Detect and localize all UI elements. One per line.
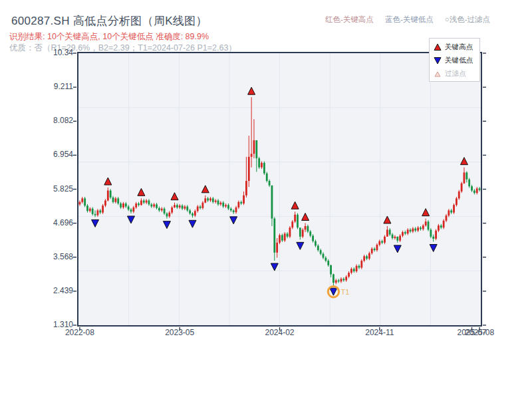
candle-body — [473, 191, 475, 194]
candle-body — [396, 237, 398, 241]
key-high-marker — [171, 193, 178, 200]
candle-body — [81, 198, 83, 201]
legend-item-label: 关键高点 — [445, 43, 473, 52]
key-low-marker — [271, 263, 278, 271]
y-tick-label: 5.825 — [25, 184, 73, 194]
candle-body — [450, 210, 452, 212]
candle-body — [287, 233, 289, 237]
candle-body — [297, 215, 299, 227]
candle-body — [335, 281, 337, 283]
y-tick-label: 10.34 — [25, 48, 73, 57]
candle-body — [479, 188, 481, 190]
legend-item-label: 关键低点 — [445, 56, 473, 65]
candle-body — [327, 261, 329, 265]
candle-body — [348, 273, 350, 277]
candle-body — [358, 266, 360, 268]
y-tick-label: 2.439 — [25, 286, 73, 295]
candle-body — [366, 256, 368, 259]
candle-body — [466, 172, 467, 179]
candle-body — [294, 215, 296, 221]
key-high-marker — [138, 188, 145, 196]
x-tick-label: 2022-08 — [60, 328, 100, 337]
candle-body — [289, 227, 291, 237]
key-high-marker — [248, 87, 255, 94]
candle-body — [350, 269, 352, 273]
x-tick-label: 2023-05 — [160, 328, 200, 337]
candle-body — [356, 266, 358, 271]
candle-body — [97, 210, 99, 215]
candle-body — [258, 158, 260, 168]
candle-body — [276, 243, 278, 253]
candle-body — [299, 227, 301, 237]
candle-body — [384, 237, 386, 243]
candle-body — [273, 219, 275, 253]
key-low-marker — [394, 245, 401, 253]
candle-body — [410, 229, 412, 231]
candle-body — [432, 237, 434, 239]
key-low-marker — [330, 288, 337, 295]
legend-item-key-high: 关键高点 — [434, 41, 479, 54]
candle-body — [86, 205, 88, 211]
candle-body — [453, 205, 455, 212]
candle-body — [99, 210, 101, 212]
candle-body — [189, 210, 191, 213]
candle-body — [458, 192, 460, 198]
candle-body — [440, 225, 442, 227]
candle-body — [312, 235, 314, 241]
candle-body — [284, 233, 286, 240]
candle-body — [240, 202, 242, 203]
candle-body — [425, 221, 427, 225]
candle-body — [182, 205, 184, 209]
candle-body — [184, 207, 186, 209]
candle-body — [102, 205, 104, 212]
candle-body — [79, 202, 81, 205]
candle-body — [122, 203, 124, 207]
candle-body — [158, 208, 160, 211]
candle-body — [381, 241, 383, 243]
candle-body — [389, 229, 391, 234]
y-tick-label: 8.082 — [25, 116, 73, 125]
candle-body — [325, 258, 327, 261]
candle-body — [197, 207, 199, 211]
candle-body — [219, 203, 221, 205]
candle-body — [194, 211, 196, 215]
candle-body — [448, 210, 450, 215]
candle-body — [110, 191, 112, 198]
y-tick-label: 4.696 — [25, 218, 73, 227]
key-low-marker — [297, 242, 304, 249]
x-tick-label: 2024-11 — [360, 328, 400, 337]
candle-body — [320, 250, 322, 253]
candle-body — [128, 207, 130, 210]
candle-body — [386, 229, 388, 236]
candle-body — [279, 235, 281, 243]
candle-body — [420, 227, 422, 229]
candle-body — [291, 221, 293, 227]
candle-body — [207, 198, 209, 200]
recognition-result-text: 识别结果: 10个关键高点, 10个关键低点 准确度: 89.9% — [9, 31, 209, 43]
candle-body — [422, 225, 424, 229]
key-high-marker — [201, 186, 209, 193]
candle-body — [248, 157, 250, 181]
key-low-marker — [230, 217, 237, 224]
key-high-marker — [302, 213, 309, 220]
candle-body — [309, 231, 311, 235]
candle-body — [338, 281, 340, 282]
candle-body — [394, 237, 396, 238]
candle-body — [89, 209, 91, 211]
candle-body — [340, 279, 342, 281]
candle-body — [443, 221, 445, 227]
candle-body — [378, 241, 380, 245]
candle-body — [148, 200, 150, 204]
candle-body — [307, 226, 309, 231]
legend-item-key-low: 关键低点 — [434, 54, 479, 67]
candle-body — [166, 213, 168, 217]
candle-body — [353, 269, 355, 271]
candle-body — [302, 229, 304, 236]
key-high-marker — [422, 209, 430, 216]
key-high-marker — [291, 201, 299, 209]
candle-body — [456, 198, 458, 205]
candle-body — [146, 200, 148, 202]
pale-triangle-icon — [434, 70, 442, 78]
page-title: 600287.SH 高低点分析图（周K线图） — [11, 13, 207, 29]
color-key-high: 红色-关键高点 — [325, 15, 374, 25]
